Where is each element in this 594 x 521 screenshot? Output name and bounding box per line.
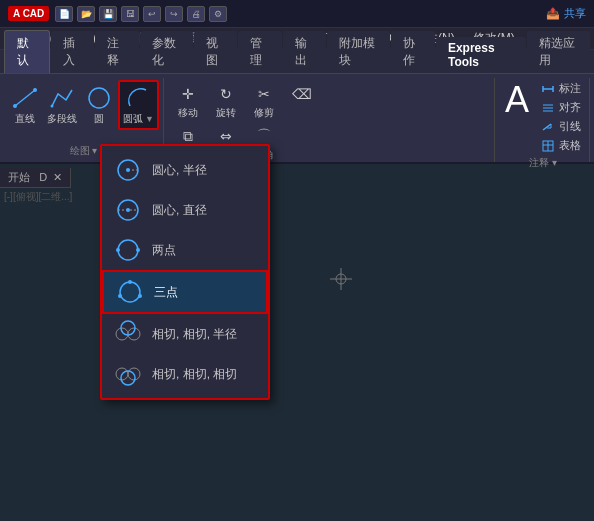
polyline-label: 多段线 (47, 112, 77, 126)
tab-insert[interactable]: 插入 (51, 31, 95, 73)
title-bar: A CAD 📄 📂 💾 🖫 ↩ ↪ 🖨 ⚙ 📤 共享 (0, 0, 594, 28)
start-tab[interactable]: 开始 D ✕ (0, 168, 71, 188)
svg-point-3 (51, 105, 54, 108)
tab-addons[interactable]: 附加模块 (327, 31, 390, 73)
tab-manage[interactable]: 管理 (238, 31, 282, 73)
three-point-label: 三点 (154, 284, 178, 301)
center-radius-icon (114, 156, 142, 184)
print-icon[interactable]: 🖨 (187, 6, 205, 22)
tab-featured[interactable]: 精选应用 (527, 31, 590, 73)
tab-parametric[interactable]: 参数化 (140, 31, 193, 73)
dropdown-item-tan-tan-radius[interactable]: 相切, 相切, 半径 (102, 314, 268, 354)
annotation-group: A 标注 对齐 引线 表格 注释 ▾ (497, 78, 590, 162)
erase-icon: ⌫ (290, 82, 314, 106)
leader-label: 引线 (559, 119, 581, 134)
table-button[interactable]: 表格 (537, 137, 585, 154)
center-diameter-label: 圆心, 直径 (152, 202, 207, 219)
rotate-icon: ↻ (214, 82, 238, 106)
move-label: 移动 (178, 106, 198, 120)
svg-point-1 (13, 104, 17, 108)
settings-icon[interactable]: ⚙ (209, 6, 227, 22)
start-tab-label: 开始 (8, 171, 30, 183)
text-large-button[interactable]: A (501, 80, 533, 154)
svg-line-0 (15, 90, 35, 106)
crosshair-2 (330, 268, 352, 293)
svg-point-35 (138, 294, 142, 298)
svg-point-26 (126, 168, 130, 172)
svg-point-34 (118, 294, 122, 298)
cad-logo: A CAD (8, 6, 49, 21)
tab-view[interactable]: 视图 (194, 31, 238, 73)
annotation-row: A 标注 对齐 引线 表格 (501, 80, 585, 154)
arc-chevron: ▼ (145, 114, 154, 124)
three-point-icon (116, 278, 144, 306)
title-icons: 📄 📂 💾 🖫 ↩ ↪ 🖨 ⚙ (55, 6, 227, 22)
ribbon: 直线 多段线 圆 (0, 74, 594, 164)
canvas-area[interactable] (0, 168, 594, 521)
svg-point-32 (136, 248, 140, 252)
line-button[interactable]: 直线 (8, 82, 42, 128)
dropdown-item-center-radius[interactable]: 圆心, 半径 (102, 150, 268, 190)
two-point-icon (114, 236, 142, 264)
svg-point-30 (118, 240, 138, 260)
center-diameter-icon (114, 196, 142, 224)
move-button[interactable]: ✛ 移动 (170, 80, 206, 122)
circle-label: 圆 (94, 112, 104, 126)
undo-icon[interactable]: ↩ (143, 6, 161, 22)
svg-point-31 (116, 248, 120, 252)
tan-tan-tan-icon (114, 360, 142, 388)
dropdown-item-three-point[interactable]: 三点 (102, 270, 268, 314)
tan-tan-radius-icon (114, 320, 142, 348)
align-label: 对齐 (559, 100, 581, 115)
trim-button[interactable]: ✂ 修剪 (246, 80, 282, 122)
tan-tan-tan-label: 相切, 相切, 相切 (152, 366, 237, 383)
arc-label: 圆弧 (123, 112, 143, 126)
d-tab-label: D (39, 171, 47, 183)
dimension-label: 标注 (559, 81, 581, 96)
center-radius-label: 圆心, 半径 (152, 162, 207, 179)
svg-point-29 (126, 208, 130, 212)
tab-express-tools[interactable]: Express Tools (436, 37, 526, 73)
redo-icon[interactable]: ↪ (165, 6, 183, 22)
draw-row-1: 直线 多段线 圆 (8, 80, 159, 130)
saveas-icon[interactable]: 🖫 (121, 6, 139, 22)
open-icon[interactable]: 📂 (77, 6, 95, 22)
modify-row-1: ✛ 移动 ↻ 旋转 ✂ 修剪 ⌫ (170, 80, 490, 122)
ribbon-tabs: 默认 插入 注释 参数化 视图 管理 输出 附加模块 协作 Express To… (0, 50, 594, 74)
svg-line-11 (543, 124, 551, 130)
polyline-button[interactable]: 多段线 (44, 82, 80, 128)
rotate-label: 旋转 (216, 106, 236, 120)
dropdown-item-center-diameter[interactable]: 圆心, 直径 (102, 190, 268, 230)
arc-button[interactable]: 圆弧 ▼ (118, 80, 159, 130)
leader-button[interactable]: 引线 (537, 118, 585, 135)
new-file-icon[interactable]: 📄 (55, 6, 73, 22)
align-button[interactable]: 对齐 (537, 99, 585, 116)
rotate-button[interactable]: ↻ 旋转 (208, 80, 244, 122)
erase-button[interactable]: ⌫ (284, 80, 320, 122)
tab-output[interactable]: 输出 (283, 31, 327, 73)
dropdown-item-tan-tan-tan[interactable]: 相切, 相切, 相切 (102, 354, 268, 394)
trim-icon: ✂ (252, 82, 276, 106)
svg-point-2 (33, 88, 37, 92)
svg-point-36 (128, 280, 132, 284)
circle-button[interactable]: 圆 (82, 82, 116, 128)
tab-annotation[interactable]: 注释 (95, 31, 139, 73)
svg-point-33 (120, 282, 140, 302)
dimension-button[interactable]: 标注 (537, 80, 585, 97)
dropdown-item-two-point[interactable]: 两点 (102, 230, 268, 270)
view-label: [-][俯视][二维...] (4, 190, 72, 204)
arc-dropdown-menu: 圆心, 半径 圆心, 直径 两点 三点 相切, 相 (100, 144, 270, 400)
save-icon[interactable]: 💾 (99, 6, 117, 22)
line-label: 直线 (15, 112, 35, 126)
tab-default[interactable]: 默认 (4, 30, 50, 73)
share-button[interactable]: 📤 共享 (546, 6, 586, 21)
trim-label: 修剪 (254, 106, 274, 120)
two-point-label: 两点 (152, 242, 176, 259)
tan-tan-radius-label: 相切, 相切, 半径 (152, 326, 237, 343)
tab-collaborate[interactable]: 协作 (391, 31, 435, 73)
table-label: 表格 (559, 138, 581, 153)
move-icon: ✛ (176, 82, 200, 106)
annotation-tools: 标注 对齐 引线 表格 (537, 80, 585, 154)
svg-point-4 (89, 88, 109, 108)
